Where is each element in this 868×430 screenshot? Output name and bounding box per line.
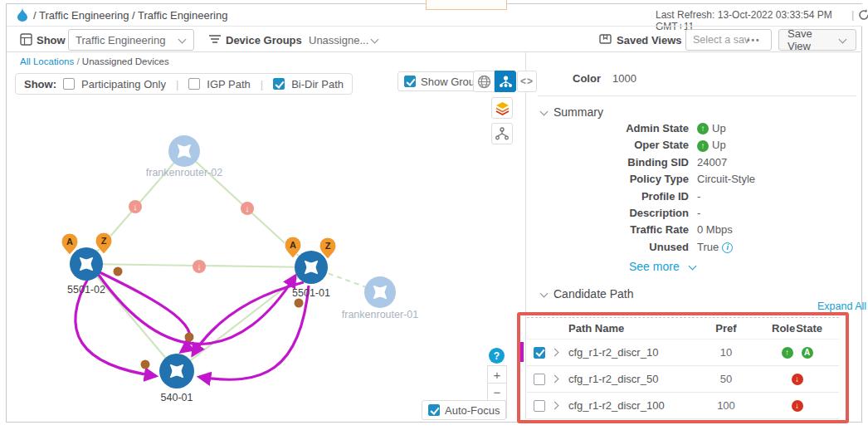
auto-focus-label: Auto-Focus — [445, 404, 500, 417]
device-groups-select[interactable]: Unassigne... — [309, 34, 379, 46]
header-role: Role — [772, 322, 795, 335]
refresh-icon[interactable] — [857, 8, 868, 24]
link-utilization-badges: ↓ ↓ ↓ — [129, 200, 254, 273]
summary-field: Unused Truei — [538, 239, 856, 256]
field-value: - — [689, 188, 700, 205]
field-label: Oper State — [538, 137, 689, 154]
router-node-frankenrouter-02[interactable] — [168, 135, 200, 167]
zoom-out-button[interactable]: − — [487, 383, 507, 401]
field-value: Up — [712, 120, 726, 137]
policy-color-row: Color 1000 — [573, 72, 636, 85]
node-label: frankenrouter-02 — [146, 167, 222, 178]
auto-focus-control: Auto-Focus — [422, 400, 506, 420]
see-more-label: See more — [629, 260, 680, 273]
up-arrow-green-icon: ↑ — [697, 140, 709, 152]
path-name: cfg_r1-r2_discr_100 — [568, 399, 697, 412]
topology-canvas[interactable]: ↓ ↓ ↓ frankenrouter-02 5501-02 5501-01 — [12, 51, 525, 423]
field-label: Binding SID — [538, 154, 689, 171]
row-checkbox[interactable] — [534, 347, 545, 359]
app-logo-icon — [17, 7, 28, 24]
candidate-path-table: Path Name Pref Role State cfg_r1-r2_disc… — [527, 317, 839, 419]
field-label: Unused — [538, 239, 689, 256]
row-checkbox[interactable] — [534, 400, 545, 412]
device-groups-label: Device Groups — [226, 34, 302, 46]
node-label: frankenrouter-01 — [342, 309, 418, 320]
svg-text:↓: ↓ — [197, 261, 202, 271]
summary-field: Description - — [538, 205, 856, 222]
chevron-right-icon[interactable] — [551, 375, 559, 384]
node-label: 5501-02 — [67, 284, 105, 296]
endpoint-pins: A Z A Z — [61, 232, 336, 259]
chevron-right-icon[interactable] — [551, 402, 559, 410]
collapse-panel-handle[interactable]: <> — [517, 71, 537, 92]
pref-value: 100 — [697, 399, 755, 412]
show-select[interactable]: Traffic Engineering — [68, 29, 194, 51]
chevron-down-icon — [540, 289, 549, 297]
auto-focus-checkbox[interactable] — [428, 404, 440, 416]
field-value: Up — [712, 137, 726, 154]
summary-title: Summary — [553, 105, 603, 119]
candidate-path-title: Candidate Path — [553, 287, 634, 301]
field-value: Circuit-Style — [689, 171, 755, 188]
summary-field: Oper State ↑Up — [538, 137, 856, 154]
show-label: Show — [37, 34, 66, 46]
table-row[interactable]: cfg_r1-r2_discr_50 50 ↓ — [527, 366, 839, 393]
chevron-right-icon[interactable] — [551, 349, 559, 357]
field-label: Description — [538, 205, 689, 222]
table-row[interactable]: cfg_r1-r2_discr_100 100 ↓ — [527, 393, 839, 419]
svg-text:Z: Z — [325, 241, 331, 251]
table-row[interactable]: cfg_r1-r2_discr_10 10 ↑ A — [527, 340, 839, 366]
field-label: Traffic Rate — [538, 222, 689, 238]
header-path-name: Path Name — [568, 322, 697, 335]
state-down-icon: ↓ — [792, 400, 803, 412]
router-node-540-01[interactable] — [159, 354, 194, 388]
up-arrow-green-icon: ↑ — [697, 123, 709, 134]
header-separator: | — [851, 8, 854, 21]
node-label: 540-01 — [161, 392, 193, 403]
pref-value: 10 — [697, 346, 755, 359]
path-name: cfg_r1-r2_discr_10 — [568, 346, 697, 359]
summary-field: Binding SID 24007 — [538, 154, 856, 171]
field-value: 24007 — [689, 154, 727, 171]
svg-text:A: A — [290, 240, 296, 250]
igp-links — [86, 151, 380, 371]
candidate-path-section-header[interactable]: Candidate Path — [538, 287, 634, 301]
selected-row-indicator — [520, 342, 524, 362]
chevron-down-icon — [540, 107, 549, 115]
summary-field: Traffic Rate 0 Mbps — [538, 222, 856, 238]
summary-field: Admin State ↑Up — [538, 120, 856, 137]
svg-text:A: A — [66, 237, 73, 247]
row-checkbox[interactable] — [534, 374, 545, 385]
chevron-down-icon — [688, 261, 696, 270]
help-button[interactable]: ? — [489, 348, 505, 364]
cutoff-highlight-fragment — [426, 0, 507, 10]
field-label: Profile ID — [538, 188, 689, 205]
field-value: 0 Mbps — [689, 222, 733, 238]
question-icon: ? — [494, 350, 500, 362]
info-icon[interactable]: i — [722, 242, 733, 253]
see-more-link[interactable]: See more — [629, 260, 697, 273]
show-icon — [20, 33, 32, 48]
zoom-in-button[interactable]: + — [487, 365, 507, 384]
field-value: - — [689, 205, 700, 222]
show-select-value: Traffic Engineering — [76, 34, 165, 46]
field-label: Admin State — [538, 120, 689, 137]
pref-value: 50 — [697, 373, 755, 385]
saved-view-more-button[interactable]: ••• — [747, 36, 761, 45]
summary-fields: Admin State ↑Up Oper State ↑Up Binding S… — [538, 120, 856, 256]
summary-field: Policy Type Circuit-Style — [538, 171, 856, 188]
router-node-5501-02[interactable] — [70, 247, 103, 281]
role-active-icon: A — [802, 347, 813, 359]
router-node-5501-01[interactable] — [295, 251, 328, 284]
save-view-button[interactable]: Save View — [778, 29, 856, 51]
router-node-frankenrouter-01[interactable] — [364, 276, 396, 308]
state-down-icon: ↓ — [792, 374, 803, 385]
save-view-label: Save View — [788, 27, 836, 52]
field-value: True — [697, 239, 719, 256]
saved-views-label: Saved Views — [617, 34, 682, 46]
summary-field: Profile ID - — [538, 188, 856, 205]
expand-all-link[interactable]: Expand All — [817, 301, 866, 312]
summary-section-header[interactable]: Summary — [538, 105, 603, 119]
breadcrumb[interactable]: / Traffic Engineering / Traffic Engineer… — [33, 9, 227, 22]
svg-text:↓: ↓ — [245, 203, 250, 213]
